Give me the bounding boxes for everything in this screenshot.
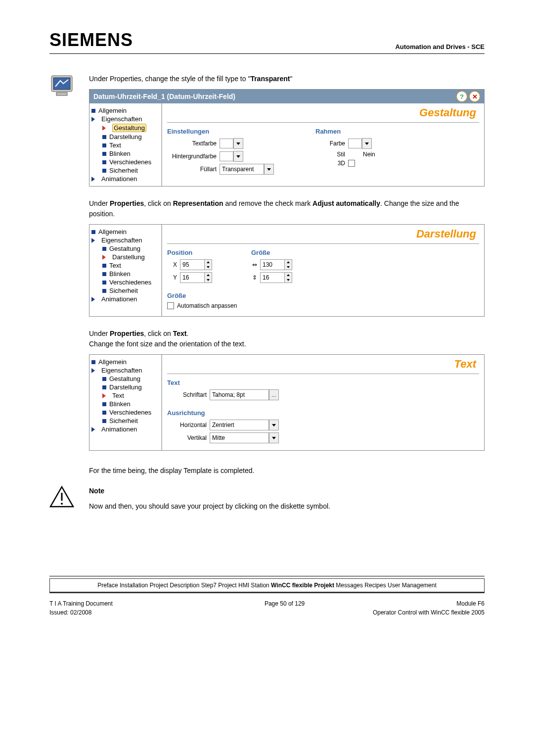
tree-item-allgemein[interactable]: Allgemein — [89, 228, 161, 236]
t: Adjust automatically — [312, 199, 380, 207]
tree-label: Animationen — [101, 425, 137, 433]
bgcolor-dropdown[interactable] — [233, 151, 243, 162]
warning-icon — [49, 486, 89, 509]
input-height[interactable] — [260, 272, 285, 283]
select-horizontal[interactable] — [210, 420, 269, 430]
tree-item-gestaltung[interactable]: Gestaltung — [89, 123, 161, 133]
tree-item-text[interactable]: Text — [89, 391, 161, 400]
label-hintergrund: Hintergrundfarbe — [167, 153, 217, 160]
tree-label: Sicherheit — [109, 287, 138, 294]
select-vertikal[interactable] — [210, 432, 269, 443]
bgcolor-swatch[interactable] — [220, 151, 233, 161]
section-position: Position — [167, 247, 236, 256]
tree-item-verschiedenes[interactable]: Verschiedenes — [89, 158, 161, 166]
label-fuellart: Füllart — [167, 166, 217, 173]
tree-label: Eigenschaften — [101, 236, 142, 244]
close-icon[interactable]: ✕ — [469, 91, 480, 102]
fuellart-select[interactable] — [220, 164, 264, 175]
tree-item-blinken[interactable]: Blinken — [89, 270, 161, 278]
tree-label: Gestaltung — [109, 245, 140, 252]
t: . — [186, 330, 188, 337]
tree-label: Blinken — [109, 270, 131, 278]
breadcrumb-post: Messages Recipes User Management — [334, 582, 437, 589]
t: Properties — [110, 199, 144, 207]
checkbox-auto-adjust[interactable] — [167, 302, 174, 309]
intro-paragraph-1: Under Properties, change the style of th… — [89, 74, 485, 84]
monitor-icon — [49, 74, 89, 100]
tree-item-animationen[interactable]: Animationen — [89, 425, 161, 433]
tree-item-sicherheit[interactable]: Sicherheit — [89, 286, 161, 295]
t: Representation — [173, 199, 223, 207]
tree-label: Blinken — [109, 400, 131, 408]
panel1-title: Datum-Uhrzeit-Feld_1 (Datum-Uhrzeit-Feld… — [93, 93, 235, 100]
bordercolor-dropdown[interactable] — [362, 138, 372, 149]
input-y[interactable] — [180, 272, 205, 283]
tree-item-verschiedenes[interactable]: Verschiedenes — [89, 408, 161, 417]
spin-up-x[interactable] — [205, 260, 212, 265]
note-title: Note — [89, 487, 104, 495]
tree-label: Eigenschaften — [101, 115, 142, 123]
spin-up-y[interactable] — [205, 273, 212, 278]
tree-item-darstellung[interactable]: Darstellung — [89, 383, 161, 391]
tree-item-allgemein[interactable]: Allgemein — [89, 106, 161, 115]
tree-item-gestaltung[interactable]: Gestaltung — [89, 244, 161, 253]
help-icon[interactable]: ? — [456, 91, 467, 102]
input-schriftart[interactable] — [210, 389, 269, 400]
fuellart-dropdown[interactable] — [264, 164, 274, 175]
spin-down-y[interactable] — [205, 278, 212, 283]
horizontal-dropdown[interactable] — [269, 420, 279, 430]
intro1-text-a: Under Properties, change the style of th… — [89, 75, 250, 83]
tree-item-sicherheit[interactable]: Sicherheit — [89, 417, 161, 425]
properties-tree-1: Allgemein Eigenschaften Gestaltung Darst… — [89, 103, 162, 186]
intro1-text-c: " — [290, 75, 293, 83]
header-subtitle: Automation and Drives - SCE — [395, 43, 485, 50]
t: and remove the check mark — [223, 199, 313, 207]
tree-label: Gestaltung — [112, 124, 146, 132]
font-browse-button[interactable]: … — [269, 389, 279, 400]
tree-item-eigenschaften[interactable]: Eigenschaften — [89, 236, 161, 244]
tree-item-blinken[interactable]: Blinken — [89, 149, 161, 158]
spin-up-h[interactable] — [285, 273, 292, 278]
tree-label: Darstellung — [109, 383, 142, 391]
tree-label: Text — [112, 392, 124, 399]
tree-label: Gestaltung — [109, 375, 140, 382]
note-body: Now and then, you should save your proje… — [89, 501, 485, 512]
tree-item-animationen[interactable]: Animationen — [89, 175, 161, 183]
tree-item-darstellung[interactable]: Darstellung — [89, 133, 161, 141]
width-icon: ⇔ — [251, 261, 258, 268]
breadcrumb-active: WinCC flexible Projekt — [271, 582, 334, 589]
textcolor-dropdown[interactable] — [233, 138, 243, 149]
tree-item-text[interactable]: Text — [89, 261, 161, 270]
spin-down-w[interactable] — [285, 265, 292, 270]
footer-left-2: Issued: 02/2008 — [49, 609, 91, 616]
section-text: Text — [167, 377, 306, 386]
intro1-text-b: Transparent — [250, 75, 290, 83]
tree-item-gestaltung[interactable]: Gestaltung — [89, 375, 161, 383]
input-width[interactable] — [260, 259, 285, 270]
intro-paragraph-2: Under Properties, click on Representatio… — [89, 198, 485, 219]
checkbox-3d[interactable] — [348, 160, 355, 167]
spin-down-h[interactable] — [285, 278, 292, 283]
spin-down-x[interactable] — [205, 265, 212, 270]
tree-item-darstellung[interactable]: Darstellung — [89, 253, 161, 261]
svg-point-4 — [61, 503, 63, 505]
tree-label: Sicherheit — [109, 417, 138, 425]
t: Properties — [110, 330, 144, 337]
tree-label: Text — [109, 142, 121, 149]
textcolor-swatch[interactable] — [220, 139, 233, 148]
tree-item-allgemein[interactable]: Allgemein — [89, 358, 161, 366]
tree-item-text[interactable]: Text — [89, 141, 161, 149]
tree-label: Verschiedenes — [109, 279, 151, 286]
tree-item-sicherheit[interactable]: Sicherheit — [89, 166, 161, 175]
tree-label: Verschiedenes — [109, 158, 151, 166]
tree-item-verschiedenes[interactable]: Verschiedenes — [89, 278, 161, 286]
vertikal-dropdown[interactable] — [269, 432, 279, 443]
tree-item-animationen[interactable]: Animationen — [89, 295, 161, 303]
input-x[interactable] — [180, 259, 205, 270]
bordercolor-swatch[interactable] — [348, 139, 362, 148]
tree-item-blinken[interactable]: Blinken — [89, 400, 161, 408]
tree-item-eigenschaften[interactable]: Eigenschaften — [89, 115, 161, 123]
tree-item-eigenschaften[interactable]: Eigenschaften — [89, 366, 161, 375]
spin-up-w[interactable] — [285, 260, 292, 265]
height-icon: ⇕ — [251, 274, 258, 281]
